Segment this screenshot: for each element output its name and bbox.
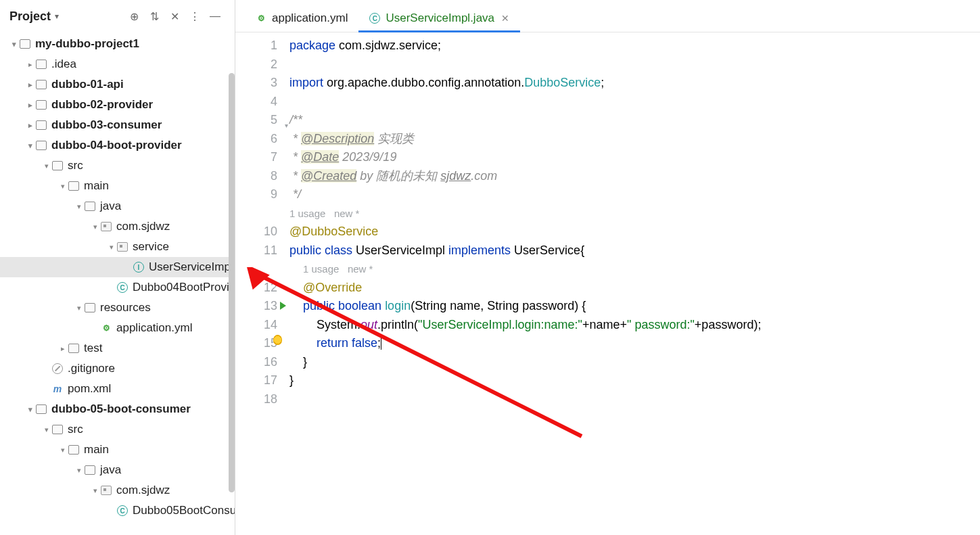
- tree-item[interactable]: ▸.idea: [0, 54, 235, 74]
- tree-item[interactable]: ▾service: [0, 237, 235, 257]
- expand-collapse-icon[interactable]: ⇅: [144, 6, 164, 26]
- tree-item[interactable]: ▸dubbo-03-consumer: [0, 115, 235, 135]
- tree-item[interactable]: ▾my-dubbo-project1: [0, 34, 235, 54]
- minimize-icon[interactable]: —: [205, 6, 225, 26]
- tree-item[interactable]: ▾com.sjdwz: [0, 480, 235, 501]
- chevron-right-icon[interactable]: ▸: [26, 80, 35, 89]
- chevron-down-icon[interactable]: ▾: [107, 243, 116, 252]
- tree-item[interactable]: ▸dubbo-01-api: [0, 74, 235, 95]
- tree-item[interactable]: ▸IUserServiceImpl: [0, 257, 235, 277]
- chevron-right-icon[interactable]: ▸: [26, 121, 35, 130]
- hide-icon[interactable]: ✕: [164, 6, 185, 26]
- tree-item[interactable]: ▾resources: [0, 298, 235, 318]
- code-line[interactable]: /**: [289, 111, 980, 130]
- tree-item-label: UserServiceImpl: [149, 260, 233, 274]
- chevron-down-icon[interactable]: ▾: [58, 446, 68, 455]
- tree-item[interactable]: ▾com.sjdwz: [0, 216, 235, 237]
- code-line[interactable]: @Override: [289, 279, 980, 298]
- line-number[interactable]: 11: [235, 241, 289, 260]
- line-number[interactable]: 17: [235, 371, 289, 390]
- tree-item[interactable]: ▾dubbo-05-boot-consumer: [0, 399, 235, 419]
- code-line[interactable]: * @Description 实现类: [289, 130, 980, 149]
- line-number[interactable]: 7: [235, 148, 289, 167]
- chevron-down-icon[interactable]: ▾: [91, 223, 100, 231]
- tree-item[interactable]: ▾java: [0, 460, 235, 480]
- chevron-down-icon[interactable]: ▾: [91, 486, 100, 495]
- code-line[interactable]: public boolean login(String name, String…: [289, 297, 980, 316]
- tree-item[interactable]: ▸CDubbo04BootProvid: [0, 277, 235, 298]
- line-number[interactable]: 13: [235, 297, 289, 316]
- project-tree[interactable]: ▾my-dubbo-project1▸.idea▸dubbo-01-api▸du…: [0, 32, 235, 535]
- close-icon[interactable]: ✕: [501, 13, 509, 24]
- code-content[interactable]: package com.sjdwz.service;import org.apa…: [289, 32, 980, 535]
- line-number[interactable]: 3: [235, 74, 289, 93]
- tree-item[interactable]: ▾dubbo-04-boot-provider: [0, 135, 235, 156]
- line-number[interactable]: 6: [235, 130, 289, 149]
- code-line[interactable]: [289, 55, 980, 74]
- chevron-right-icon[interactable]: ▸: [26, 101, 35, 110]
- chevron-right-icon[interactable]: ▸: [58, 344, 68, 353]
- code-line[interactable]: }: [289, 371, 980, 390]
- line-number[interactable]: 14: [235, 316, 289, 335]
- chevron-down-icon[interactable]: ▾: [42, 162, 51, 170]
- code-line[interactable]: * @Date 2023/9/19: [289, 148, 980, 167]
- tree-item[interactable]: ▾src: [0, 419, 235, 440]
- code-line[interactable]: * @Created by 随机的未知 sjdwz.com: [289, 167, 980, 186]
- chevron-down-icon[interactable]: ▾: [74, 466, 84, 475]
- sidebar-scrollbar[interactable]: [229, 73, 235, 492]
- tree-item[interactable]: ▾java: [0, 196, 235, 216]
- editor-tab[interactable]: ⚙application.yml: [245, 5, 358, 32]
- chevron-down-icon[interactable]: ▾: [9, 40, 19, 49]
- tree-item[interactable]: ▾main: [0, 440, 235, 460]
- line-number[interactable]: 5▾: [235, 111, 289, 130]
- editor-gutter[interactable]: 12345▾6789101112131415161718: [235, 32, 289, 535]
- more-icon[interactable]: ⋮: [185, 6, 205, 26]
- tree-item[interactable]: ▸⚙application.yml: [0, 318, 235, 338]
- chevron-down-icon[interactable]: ▾: [74, 304, 84, 312]
- code-line[interactable]: public class UserServiceImpl implements …: [289, 241, 980, 260]
- code-line[interactable]: }: [289, 353, 980, 372]
- code-line[interactable]: System.out.println("UserServiceImpl.logi…: [289, 316, 980, 335]
- tree-item[interactable]: ▸test: [0, 338, 235, 358]
- line-number[interactable]: 9: [235, 185, 289, 204]
- chevron-down-icon[interactable]: ▾: [42, 425, 51, 434]
- tree-item[interactable]: ▸CDubbo05BootConsu: [0, 501, 235, 521]
- line-number[interactable]: 8: [235, 167, 289, 186]
- tree-item[interactable]: ▸dubbo-02-provider: [0, 95, 235, 115]
- chevron-right-icon[interactable]: ▸: [26, 60, 35, 69]
- code-line[interactable]: [289, 93, 980, 112]
- select-target-icon[interactable]: ⊕: [124, 6, 144, 26]
- chevron-down-icon[interactable]: ▾: [26, 405, 35, 414]
- code-line[interactable]: package com.sjdwz.service;: [289, 37, 980, 55]
- tree-item[interactable]: ▾main: [0, 176, 235, 196]
- tree-item[interactable]: ▾src: [0, 156, 235, 176]
- code-editor[interactable]: 12345▾6789101112131415161718 package com…: [235, 32, 980, 535]
- code-line[interactable]: import org.apache.dubbo.config.annotatio…: [289, 74, 980, 93]
- code-line[interactable]: return false;: [289, 334, 980, 353]
- code-line[interactable]: 1 usage new *: [289, 260, 980, 279]
- code-line[interactable]: [289, 390, 980, 409]
- line-number[interactable]: [235, 260, 289, 279]
- line-number[interactable]: 10: [235, 223, 289, 241]
- run-gutter-icon[interactable]: [280, 302, 289, 311]
- chevron-down-icon[interactable]: ▾: [26, 141, 35, 150]
- line-number[interactable]: 1: [235, 37, 289, 55]
- chevron-down-icon[interactable]: ▾: [58, 182, 68, 191]
- line-number[interactable]: 4: [235, 93, 289, 112]
- tree-item[interactable]: ▸.gitignore: [0, 358, 235, 379]
- line-number[interactable]: 16: [235, 353, 289, 372]
- code-line[interactable]: 1 usage new *: [289, 204, 980, 223]
- code-line[interactable]: */: [289, 185, 980, 204]
- line-number[interactable]: 12: [235, 279, 289, 298]
- line-number[interactable]: 18: [235, 390, 289, 409]
- tree-item[interactable]: ▸mpom.xml: [0, 379, 235, 399]
- tree-item-label: dubbo-05-boot-consumer: [51, 402, 191, 416]
- chevron-down-icon[interactable]: ▾: [74, 202, 84, 211]
- lightbulb-icon[interactable]: [271, 334, 283, 346]
- code-line[interactable]: @DubboService: [289, 223, 980, 241]
- chevron-down-icon[interactable]: ▾: [55, 11, 59, 21]
- line-number[interactable]: 2: [235, 55, 289, 74]
- line-number[interactable]: [235, 204, 289, 223]
- yaml-icon: ⚙: [100, 322, 112, 334]
- editor-tab[interactable]: CUserServiceImpl.java✕: [358, 5, 520, 32]
